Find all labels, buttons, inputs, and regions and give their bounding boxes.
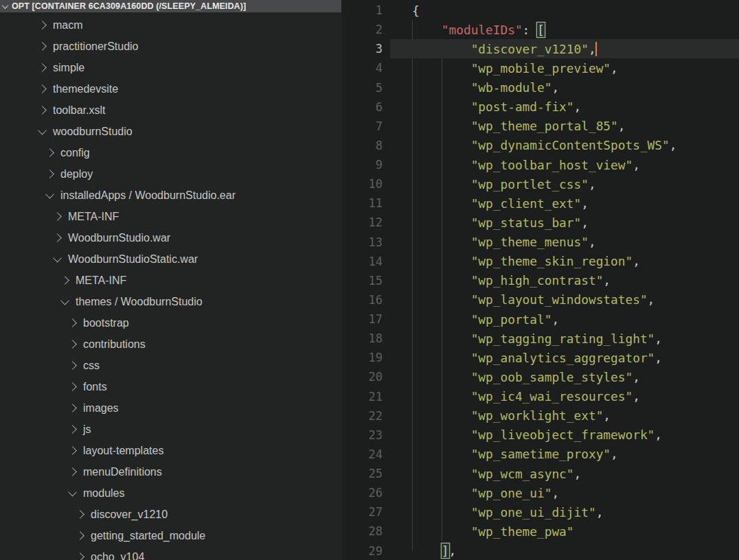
line-number: 8 bbox=[341, 139, 390, 152]
tree-item-label: macm bbox=[53, 19, 83, 32]
tree-item-label: config bbox=[60, 147, 90, 159]
tree-item-deploy[interactable]: deploy bbox=[0, 163, 341, 185]
code-line[interactable]: 16 "wp_layout_windowstates", bbox=[341, 290, 739, 310]
tree-item-woodburnstudio-war[interactable]: WoodburnStudio.war bbox=[0, 227, 341, 248]
tree-item-meta-inf[interactable]: META-INF bbox=[0, 206, 341, 227]
tree-item-toolbar-xslt[interactable]: toolbar.xslt bbox=[0, 100, 341, 121]
code-line[interactable]: 14 "wp_theme_skin_region", bbox=[341, 252, 739, 271]
tree-item-bootstrap[interactable]: bootstrap bbox=[0, 312, 341, 334]
code-line[interactable]: 12 "wp_status_bar", bbox=[341, 213, 739, 232]
code-line[interactable]: 13 "wp_theme_menus", bbox=[341, 233, 739, 252]
json-string: "wp_oob_sample_styles" bbox=[471, 370, 633, 384]
tree-item-fonts[interactable]: fonts bbox=[0, 376, 341, 397]
chevron-down-icon bbox=[60, 296, 69, 305]
json-string: "wp_toolbar_host_view" bbox=[471, 158, 633, 172]
chevron-right-icon bbox=[68, 382, 77, 391]
punctuation: , bbox=[648, 292, 655, 307]
punctuation: , bbox=[655, 351, 662, 365]
code-editor[interactable]: 1{2 "moduleIDs": [3 "discover_v1210",4 "… bbox=[341, 0, 739, 560]
code-line[interactable]: 4 "wp_mobile_preview", bbox=[341, 58, 739, 78]
code-line[interactable]: 9 "wp_toolbar_host_view", bbox=[341, 155, 739, 174]
code-line[interactable]: 3 "discover_v1210", bbox=[341, 39, 739, 58]
line-number: 21 bbox=[341, 390, 390, 404]
code-line[interactable]: 18 "wp_tagging_rating_light", bbox=[341, 329, 739, 348]
code-line[interactable]: 25 "wp_wcm_async", bbox=[341, 464, 739, 483]
tree-item-themedevsite[interactable]: themedevsite bbox=[0, 78, 341, 100]
tree-item-label: deploy bbox=[60, 168, 93, 180]
tree-item-js[interactable]: js bbox=[0, 419, 341, 440]
code-line[interactable]: 21 "wp_ic4_wai_resources", bbox=[341, 387, 739, 406]
chevron-right-icon bbox=[38, 106, 47, 115]
tree-item-css[interactable]: css bbox=[0, 355, 341, 376]
json-string: "wp_ic4_wai_resources" bbox=[471, 389, 633, 404]
tree-item-getting-started-module[interactable]: getting_started_module bbox=[0, 525, 341, 546]
indent-space bbox=[412, 61, 471, 75]
code-line-content: "wp_tagging_rating_light", bbox=[390, 331, 662, 346]
indent-space bbox=[412, 331, 471, 346]
code-line[interactable]: 26 "wp_one_ui", bbox=[341, 483, 739, 502]
code-line-content: "wp_theme_skin_region", bbox=[390, 254, 640, 268]
code-line[interactable]: 10 "wp_portlet_css", bbox=[341, 174, 739, 194]
json-string: "wp_high_contrast" bbox=[471, 273, 604, 288]
tree-item-ocho-v104[interactable]: ocho_v104 bbox=[0, 546, 341, 560]
chevron-down-icon bbox=[45, 190, 54, 199]
tree-item-modules[interactable]: modules bbox=[0, 482, 341, 504]
explorer-section-header[interactable]: OPT [CONTAINER 6CA309A160DD (/SLEEPY_ALM… bbox=[0, 0, 341, 12]
tree-item-practitionerstudio[interactable]: practitionerStudio bbox=[0, 36, 341, 57]
tree-item-config[interactable]: config bbox=[0, 142, 341, 163]
tree-item-macm[interactable]: macm bbox=[0, 14, 341, 36]
code-line[interactable]: 23 "wp_liveobject_framework", bbox=[341, 425, 739, 445]
tree-item-menudefinitions[interactable]: menuDefinitions bbox=[0, 461, 341, 482]
code-line[interactable]: 20 "wp_oob_sample_styles", bbox=[341, 367, 739, 386]
code-line-content: "wp_analytics_aggregator", bbox=[390, 351, 662, 365]
code-line-content: "wp_wcm_async", bbox=[390, 467, 581, 481]
code-line-content: "wp_ic4_wai_resources", bbox=[390, 389, 640, 404]
code-line[interactable]: 19 "wp_analytics_aggregator", bbox=[341, 348, 739, 367]
code-line-content: "wp_client_ext", bbox=[390, 196, 589, 211]
code-line[interactable]: 24 "wp_sametime_proxy", bbox=[341, 445, 739, 464]
code-line[interactable]: 15 "wp_high_contrast", bbox=[341, 271, 739, 290]
line-number: 1 bbox=[341, 3, 390, 17]
code-line-content: "wp_sametime_proxy", bbox=[390, 447, 618, 461]
text-cursor bbox=[595, 42, 598, 56]
tree-item-discover-v1210[interactable]: discover_v1210 bbox=[0, 504, 341, 525]
tree-item-label: ocho_v104 bbox=[91, 551, 144, 560]
tree-item-woodburnstudio[interactable]: woodburnStudio bbox=[0, 121, 341, 142]
code-line[interactable]: 28 "wp_theme_pwa" bbox=[341, 522, 739, 541]
line-number: 5 bbox=[341, 81, 390, 95]
indent-space bbox=[412, 505, 471, 520]
chevron-right-icon bbox=[38, 84, 47, 93]
punctuation: , bbox=[449, 544, 457, 558]
tree-item-meta-inf[interactable]: META-INF bbox=[0, 270, 341, 291]
indent-space bbox=[412, 100, 471, 114]
indent-space bbox=[412, 215, 471, 230]
tree-item-simple[interactable]: simple bbox=[0, 57, 341, 78]
tree-item-label: simple bbox=[53, 62, 84, 74]
indent-space bbox=[412, 138, 471, 152]
tree-item-label: layout-templates bbox=[83, 445, 163, 457]
code-line[interactable]: 27 "wp_one_ui_dijit", bbox=[341, 502, 739, 522]
punctuation: , bbox=[552, 80, 559, 95]
code-line[interactable]: 2 "moduleIDs": [ bbox=[341, 20, 739, 39]
code-line[interactable]: 1{ bbox=[341, 1, 739, 20]
tree-item-woodburnstudiostatic-war[interactable]: WoodburnStudioStatic.war bbox=[0, 248, 341, 270]
chevron-down-icon bbox=[38, 126, 47, 135]
indent-space bbox=[412, 196, 471, 211]
code-line[interactable]: 29 ], bbox=[341, 541, 739, 560]
code-line[interactable]: 22 "wp_worklight_ext", bbox=[341, 406, 739, 425]
punctuation: : bbox=[523, 23, 537, 37]
code-line[interactable]: 11 "wp_client_ext", bbox=[341, 194, 739, 213]
code-line[interactable]: 8 "wp_dynamicContentSpots_WS", bbox=[341, 136, 739, 155]
code-line[interactable]: 6 "post-amd-fix", bbox=[341, 97, 739, 117]
tree-item-contributions[interactable]: contributions bbox=[0, 334, 341, 355]
tree-item-installedapps-woodburnstudio-ear[interactable]: installedApps / WoodburnStudio.ear bbox=[0, 185, 341, 206]
json-string: "wp_theme_menus" bbox=[471, 235, 589, 249]
tree-item-layout-templates[interactable]: layout-templates bbox=[0, 440, 341, 461]
code-line[interactable]: 17 "wp_portal", bbox=[341, 310, 739, 329]
code-line[interactable]: 5 "wb-module", bbox=[341, 78, 739, 97]
code-line[interactable]: 7 "wp_theme_portal_85", bbox=[341, 117, 739, 136]
tree-item-themes-woodburnstudio[interactable]: themes / WoodburnStudio bbox=[0, 291, 341, 312]
tree-item-images[interactable]: images bbox=[0, 397, 341, 419]
json-string: "wp_analytics_aggregator" bbox=[471, 351, 655, 365]
code-line-content: "wb-module", bbox=[390, 80, 559, 95]
